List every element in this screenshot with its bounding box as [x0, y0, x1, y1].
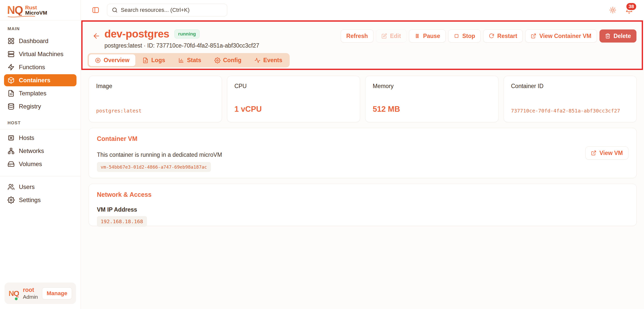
sidebar-item-label: Networks: [19, 147, 44, 154]
tab-events[interactable]: Events: [248, 54, 288, 66]
refresh-button[interactable]: Refresh: [341, 29, 373, 43]
container-vm-title: Container VM: [97, 135, 222, 142]
sidebar-item-registry[interactable]: Registry: [4, 100, 77, 112]
sidebar-item-label: Dashboard: [19, 37, 48, 45]
search-icon: [112, 7, 118, 13]
sidebar-item-volumes[interactable]: Volumes: [4, 158, 77, 170]
topbar-right: 38: [609, 6, 633, 14]
pencil-icon: [382, 33, 387, 39]
restart-button[interactable]: Restart: [483, 29, 523, 43]
brand-name: Rust MicroVM: [25, 5, 47, 16]
user-name: root: [23, 287, 38, 293]
sidebar-item-label: Volumes: [19, 161, 42, 168]
stat-card-cpu: CPU 1 vCPU: [227, 76, 360, 122]
stop-button[interactable]: Stop: [448, 29, 481, 43]
network-access-card: Network & Access VM IP Address 192.168.1…: [89, 184, 637, 226]
sidebar-section-host-label: HOST: [4, 121, 77, 126]
container-vm-description: This container is running in a dedicated…: [97, 151, 222, 158]
search-input[interactable]: [121, 7, 222, 13]
sidebar-toggle-button[interactable]: [92, 6, 99, 14]
online-status-dot: [14, 297, 18, 301]
external-link-icon: [591, 150, 596, 156]
back-button[interactable]: [92, 32, 100, 41]
tab-overview[interactable]: Overview: [89, 54, 135, 66]
sidebar-item-label: Functions: [19, 64, 45, 71]
page-title: dev-postgres: [104, 28, 169, 40]
external-link-icon: [531, 33, 536, 39]
gear-icon: [8, 197, 15, 204]
bar-chart-icon: [178, 57, 184, 63]
cpu-value: 1 vCPU: [235, 105, 353, 115]
view-container-vm-button[interactable]: View Container VM: [525, 29, 597, 43]
overview-eye-icon: [95, 57, 101, 63]
delete-button[interactable]: Delete: [599, 29, 636, 43]
panel-toggle-icon: [92, 6, 99, 14]
tab-stats[interactable]: Stats: [172, 54, 207, 66]
stat-card-memory: Memory 512 MB: [365, 76, 499, 122]
avatar: NQ: [9, 287, 19, 300]
vm-ip-label: VM IP Address: [97, 206, 628, 213]
sidebar-item-templates[interactable]: Templates: [4, 87, 77, 99]
sidebar-item-containers[interactable]: Containers: [4, 74, 77, 86]
trash-icon: [605, 33, 611, 39]
file-code-icon: [8, 90, 15, 97]
hard-drive-icon: [8, 161, 15, 168]
dashboard-grid-icon: [8, 37, 15, 45]
sidebar-item-virtual-machines[interactable]: Virtual Machines: [4, 48, 77, 60]
overview-panel: Image postgres:latest CPU 1 vCPU Memory …: [81, 70, 644, 226]
page-header: dev-postgres running postgres:latest · I…: [81, 20, 644, 70]
sidebar-item-dashboard[interactable]: Dashboard: [4, 35, 77, 47]
vm-id-chip: vm-54bb67e3-01d2-4866-a747-69eb98a187ac: [97, 162, 211, 172]
container-vm-card: Container VM This container is running i…: [89, 128, 637, 178]
activity-pulse-icon: [254, 57, 260, 63]
config-gear-icon: [214, 57, 220, 63]
tab-config[interactable]: Config: [208, 54, 248, 66]
sidebar-divider: [0, 129, 81, 129]
sidebar-item-label: Virtual Machines: [19, 51, 63, 58]
network-topology-icon: [8, 147, 15, 154]
main-content: dev-postgres running postgres:latest · I…: [81, 20, 644, 309]
pause-button[interactable]: Pause: [409, 29, 446, 43]
edit-button[interactable]: Edit: [376, 29, 406, 43]
sidebar-item-functions[interactable]: Functions: [4, 61, 77, 73]
status-badge: running: [174, 29, 200, 38]
network-access-title: Network & Access: [97, 191, 628, 198]
image-value: postgres:latest: [96, 108, 214, 115]
stop-square-icon: [454, 33, 459, 39]
sidebar-item-label: Settings: [19, 197, 41, 204]
container-box-icon: [8, 77, 15, 84]
user-card: NQ root Admin Manage: [5, 283, 76, 304]
lightning-icon: [8, 64, 15, 71]
arrow-left-icon: [92, 32, 100, 40]
container-id-value: 737710ce-70fd-4fa2-851a-abf30cc3cf27: [511, 108, 629, 115]
brand-logo-mark: NQ: [7, 5, 23, 16]
memory-value: 512 MB: [373, 105, 491, 115]
server-icon: [8, 51, 15, 58]
sidebar-item-settings[interactable]: Settings: [4, 194, 77, 206]
stat-card-image: Image postgres:latest: [89, 76, 222, 122]
sidebar-divider: [0, 176, 81, 176]
user-role: Admin: [23, 294, 38, 300]
brand-logo: NQ Rust MicroVM: [0, 0, 81, 20]
app-window: NQ Rust MicroVM: [0, 0, 644, 309]
sidebar-section-main-label: MAIN: [4, 26, 77, 31]
sidebar: MAIN Dashboard Virtual Machines Function…: [0, 20, 81, 309]
theme-toggle-button[interactable]: [609, 7, 616, 14]
pause-icon: [414, 33, 420, 39]
tab-logs[interactable]: Logs: [136, 54, 171, 66]
page-subtitle: postgres:latest · ID: 737710ce-70fd-4fa2…: [104, 42, 259, 49]
sidebar-item-label: Users: [19, 183, 35, 190]
sidebar-item-networks[interactable]: Networks: [4, 145, 77, 157]
sidebar-item-users[interactable]: Users: [4, 181, 77, 193]
restart-icon: [489, 33, 494, 39]
sun-icon: [609, 7, 616, 14]
notification-count-badge: 38: [626, 2, 637, 11]
view-vm-button[interactable]: View VM: [585, 146, 628, 160]
stat-cards: Image postgres:latest CPU 1 vCPU Memory …: [89, 76, 637, 122]
search-box[interactable]: [107, 4, 227, 16]
sidebar-item-label: Registry: [19, 103, 41, 110]
database-icon: [8, 103, 15, 110]
host-machine-icon: [8, 134, 15, 141]
sidebar-item-hosts[interactable]: Hosts: [4, 132, 77, 144]
manage-button[interactable]: Manage: [42, 287, 72, 299]
